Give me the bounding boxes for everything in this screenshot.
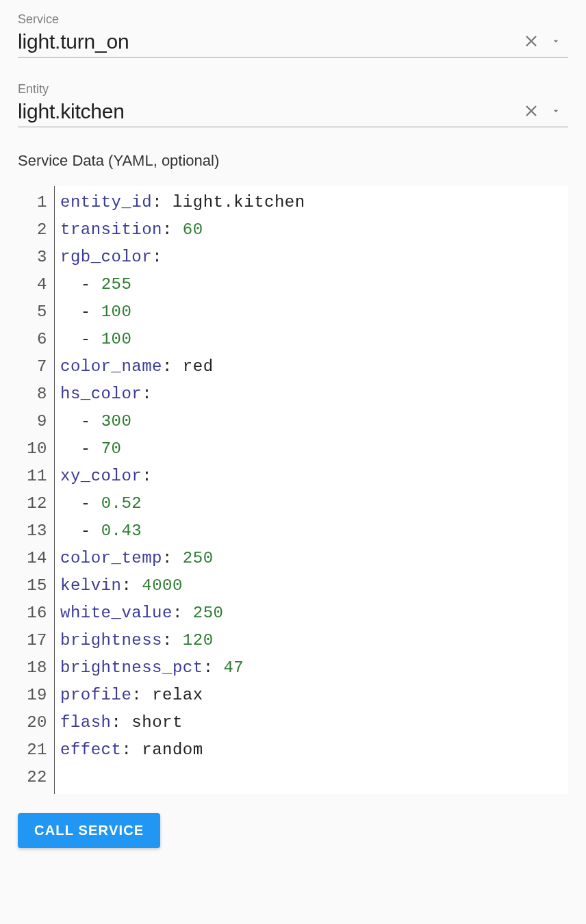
service-data-label: Service Data (YAML, optional) xyxy=(18,152,568,170)
yaml-punctuation: : xyxy=(112,713,122,732)
yaml-key: rgb_color xyxy=(60,248,152,266)
code-line[interactable]: entity_id: light.kitchen xyxy=(60,189,568,216)
code-line[interactable]: - 100 xyxy=(60,326,568,353)
editor-code[interactable]: entity_id: light.kitchentransition: 60rg… xyxy=(55,186,568,794)
yaml-punctuation: : xyxy=(203,658,214,677)
yaml-punctuation: : xyxy=(162,631,173,650)
yaml-list-dash: - xyxy=(81,494,101,513)
code-line[interactable]: - 0.43 xyxy=(60,517,568,545)
line-number: 10 xyxy=(21,435,47,463)
yaml-punctuation: : xyxy=(173,604,183,622)
line-number: 18 xyxy=(21,654,47,682)
line-number: 22 xyxy=(21,764,47,791)
line-number: 14 xyxy=(21,545,47,572)
service-label: Service xyxy=(18,12,568,27)
service-input[interactable] xyxy=(18,30,519,53)
yaml-value: relax xyxy=(152,686,203,704)
code-line[interactable]: - 100 xyxy=(60,298,568,326)
yaml-key: white_value xyxy=(60,604,173,622)
line-number: 3 xyxy=(21,244,47,271)
yaml-key: entity_id xyxy=(60,193,152,211)
line-number: 7 xyxy=(21,353,47,381)
line-number: 11 xyxy=(21,463,47,490)
line-number: 13 xyxy=(21,517,47,545)
line-number: 15 xyxy=(21,572,47,600)
yaml-list-dash: - xyxy=(81,412,101,431)
yaml-editor[interactable]: 12345678910111213141516171819202122 enti… xyxy=(18,186,568,794)
yaml-punctuation: : xyxy=(162,357,173,376)
line-number: 21 xyxy=(21,736,47,764)
code-line[interactable]: hs_color: xyxy=(60,381,568,408)
code-line[interactable]: brightness_pct: 47 xyxy=(60,654,568,682)
yaml-list-dash: - xyxy=(81,330,101,348)
line-number: 5 xyxy=(21,298,47,326)
yaml-key: color_name xyxy=(60,357,162,376)
yaml-value: light.kitchen xyxy=(173,193,305,211)
code-line[interactable]: profile: relax xyxy=(60,682,568,709)
code-line[interactable]: xy_color: xyxy=(60,463,568,490)
code-line[interactable]: transition: 60 xyxy=(60,216,568,244)
yaml-list-dash: - xyxy=(81,275,101,294)
yaml-number: 0.43 xyxy=(101,522,142,540)
yaml-punctuation: : xyxy=(162,220,173,239)
code-line[interactable]: - 300 xyxy=(60,408,568,435)
close-icon xyxy=(523,103,539,121)
entity-dropdown-button[interactable] xyxy=(544,99,568,124)
line-number: 2 xyxy=(21,216,47,244)
yaml-list-dash: - xyxy=(81,303,101,321)
yaml-key: brightness_pct xyxy=(60,658,203,677)
call-service-button[interactable]: CALL SERVICE xyxy=(18,813,160,848)
yaml-value: red xyxy=(183,357,214,376)
yaml-punctuation: : xyxy=(152,248,162,266)
code-line[interactable]: - 70 xyxy=(60,435,568,463)
yaml-number: 47 xyxy=(223,658,244,677)
yaml-key: transition xyxy=(60,220,162,239)
line-number: 19 xyxy=(21,682,47,709)
code-line[interactable]: color_name: red xyxy=(60,353,568,381)
code-line[interactable]: - 0.52 xyxy=(60,490,568,517)
yaml-key: profile xyxy=(60,686,131,704)
yaml-list-dash: - xyxy=(81,439,101,458)
yaml-key: xy_color xyxy=(60,467,142,485)
yaml-number: 100 xyxy=(101,303,132,321)
code-line[interactable]: color_temp: 250 xyxy=(60,545,568,572)
yaml-punctuation: : xyxy=(121,576,131,595)
line-number: 1 xyxy=(21,189,47,216)
code-line[interactable]: flash: short xyxy=(60,709,568,736)
line-number: 16 xyxy=(21,600,47,627)
code-line[interactable] xyxy=(60,764,568,791)
yaml-number: 250 xyxy=(193,604,224,622)
yaml-value: random xyxy=(142,741,203,759)
yaml-key: flash xyxy=(60,713,112,732)
clear-service-button[interactable] xyxy=(519,29,544,54)
code-line[interactable]: effect: random xyxy=(60,736,568,764)
entity-label: Entity xyxy=(18,82,568,97)
yaml-key: effect xyxy=(60,741,121,759)
yaml-value: short xyxy=(131,713,183,732)
yaml-punctuation: : xyxy=(121,741,131,759)
code-line[interactable]: rgb_color: xyxy=(60,244,568,271)
line-number: 9 xyxy=(21,408,47,435)
yaml-list-dash: - xyxy=(81,522,101,540)
entity-input[interactable] xyxy=(18,100,519,123)
yaml-number: 4000 xyxy=(142,576,183,595)
line-number: 4 xyxy=(21,271,47,298)
yaml-punctuation: : xyxy=(162,549,173,567)
line-number: 20 xyxy=(21,709,47,736)
code-line[interactable]: white_value: 250 xyxy=(60,600,568,627)
code-line[interactable]: kelvin: 4000 xyxy=(60,572,568,600)
service-field: Service xyxy=(18,12,568,57)
code-line[interactable]: - 255 xyxy=(60,271,568,298)
yaml-number: 255 xyxy=(101,275,132,294)
yaml-number: 60 xyxy=(183,220,203,239)
yaml-punctuation: : xyxy=(142,467,152,485)
line-number: 8 xyxy=(21,381,47,408)
yaml-number: 100 xyxy=(101,330,132,348)
editor-gutter: 12345678910111213141516171819202122 xyxy=(18,186,55,794)
entity-field: Entity xyxy=(18,82,568,127)
yaml-key: kelvin xyxy=(60,576,121,595)
code-line[interactable]: brightness: 120 xyxy=(60,627,568,654)
line-number: 17 xyxy=(21,627,47,654)
service-dropdown-button[interactable] xyxy=(544,29,568,54)
clear-entity-button[interactable] xyxy=(519,99,544,124)
